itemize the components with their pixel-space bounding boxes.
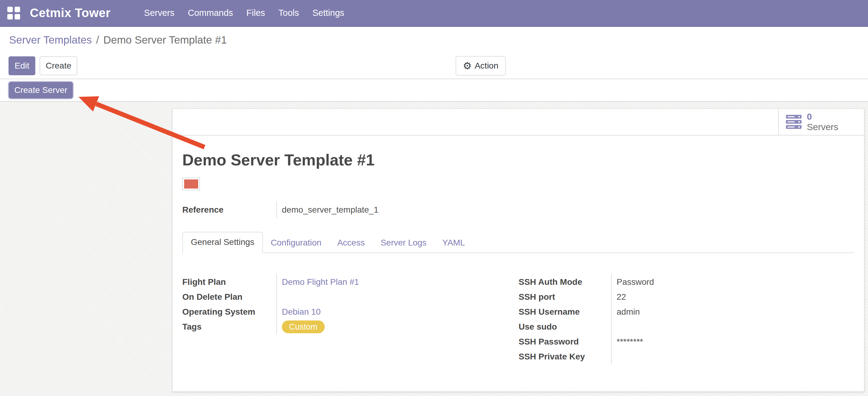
- on-delete-plan-label: On Delete Plan: [182, 292, 276, 302]
- tab-access[interactable]: Access: [329, 233, 373, 253]
- field-row-tags: Tags Custom: [182, 319, 519, 334]
- menu-servers[interactable]: Servers: [143, 6, 175, 20]
- ssh-password-value: ********: [611, 334, 643, 349]
- flight-plan-label: Flight Plan: [182, 277, 276, 287]
- navbar-menu: Servers Commands Files Tools Settings: [143, 6, 345, 20]
- general-settings-panel: Flight Plan Demo Flight Plan #1 On Delet…: [182, 275, 854, 364]
- field-row-ssh-port: SSH port 22: [519, 289, 854, 304]
- ssh-password-label: SSH Password: [519, 337, 611, 347]
- stat-text: 0 Servers: [807, 112, 838, 132]
- record-title: Demo Server Template #1: [182, 151, 854, 168]
- ssh-username-value: admin: [611, 304, 640, 319]
- left-field-group: Flight Plan Demo Flight Plan #1 On Delet…: [182, 275, 519, 364]
- ssh-username-label: SSH Username: [519, 307, 611, 317]
- apps-grid-dot: [7, 7, 13, 12]
- field-row-ssh-auth-mode: SSH Auth Mode Password: [519, 275, 854, 289]
- tag-badge-custom: Custom: [282, 320, 325, 333]
- field-row-flight-plan: Flight Plan Demo Flight Plan #1: [182, 275, 519, 289]
- tab-configuration[interactable]: Configuration: [263, 233, 330, 253]
- field-row-operating-system: Operating System Debian 10: [182, 304, 519, 319]
- server-stack-icon: [785, 114, 802, 130]
- create-server-button[interactable]: Create Server: [8, 81, 74, 99]
- menu-commands[interactable]: Commands: [187, 6, 234, 20]
- sheet-body: Demo Server Template #1 Reference demo_s…: [173, 151, 864, 364]
- breadcrumb: Server Templates / Demo Server Template …: [0, 27, 868, 53]
- ssh-private-key-value: [611, 349, 617, 364]
- apps-grid-dot: [7, 14, 13, 20]
- apps-grid-dot: [14, 14, 20, 20]
- menu-tools[interactable]: Tools: [278, 6, 300, 20]
- record-sheet: 0 Servers Demo Server Template #1 Refere…: [172, 108, 864, 392]
- field-row-on-delete-plan: On Delete Plan: [182, 289, 519, 304]
- servers-count-label: Servers: [807, 122, 838, 132]
- breadcrumb-separator: /: [96, 34, 99, 46]
- app-brand[interactable]: Cetmix Tower: [30, 6, 111, 20]
- tab-general-settings[interactable]: General Settings: [182, 232, 263, 253]
- use-sudo-label: Use sudo: [519, 322, 611, 332]
- servers-stat-button[interactable]: 0 Servers: [778, 109, 864, 135]
- control-panel: Server Templates / Demo Server Template …: [0, 27, 868, 102]
- gear-icon: ⚙: [463, 60, 472, 72]
- reference-group: Reference demo_server_template_1: [182, 201, 854, 219]
- menu-settings[interactable]: Settings: [312, 6, 345, 20]
- ssh-auth-mode-label: SSH Auth Mode: [519, 277, 611, 287]
- breadcrumb-current: Demo Server Template #1: [103, 34, 227, 46]
- apps-grid-icon[interactable]: [7, 7, 20, 20]
- servers-count: 0: [807, 112, 838, 122]
- create-server-row: Create Server: [0, 79, 868, 101]
- reference-value: demo_server_template_1: [276, 201, 379, 219]
- menu-files[interactable]: Files: [246, 6, 266, 20]
- color-picker-swatch: [182, 177, 200, 190]
- action-button-label: Action: [475, 60, 498, 72]
- right-field-group: SSH Auth Mode Password SSH port 22 SSH U…: [519, 275, 854, 364]
- color-swatch-fill: [184, 179, 198, 189]
- top-navbar: Cetmix Tower Servers Commands Files Tool…: [0, 0, 868, 27]
- tags-value: Custom: [276, 319, 325, 334]
- apps-grid-dot: [14, 7, 20, 12]
- notebook-tabs: General Settings Configuration Access Se…: [182, 232, 854, 253]
- action-button[interactable]: ⚙ Action: [456, 56, 506, 76]
- ssh-private-key-label: SSH Private Key: [519, 352, 611, 362]
- ssh-auth-mode-value: Password: [611, 275, 654, 289]
- create-button[interactable]: Create: [39, 56, 77, 75]
- use-sudo-value: [611, 319, 617, 334]
- operating-system-value-link[interactable]: Debian 10: [276, 304, 321, 319]
- field-row-ssh-username: SSH Username admin: [519, 304, 854, 319]
- flight-plan-value-link[interactable]: Demo Flight Plan #1: [276, 275, 359, 289]
- field-row-use-sudo: Use sudo: [519, 319, 854, 334]
- form-view-background: 0 Servers Demo Server Template #1 Refere…: [0, 102, 868, 396]
- field-row-ssh-password: SSH Password ********: [519, 334, 854, 349]
- ssh-port-label: SSH port: [519, 292, 611, 302]
- field-row-ssh-private-key: SSH Private Key: [519, 349, 854, 364]
- on-delete-plan-value: [276, 289, 282, 304]
- tags-label: Tags: [182, 322, 276, 332]
- ssh-port-value: 22: [611, 289, 626, 304]
- field-row-reference: Reference demo_server_template_1: [182, 201, 854, 219]
- operating-system-label: Operating System: [182, 307, 276, 317]
- tab-server-logs[interactable]: Server Logs: [373, 233, 434, 253]
- control-buttons-row: Edit Create ⚙ Action: [0, 53, 868, 79]
- reference-label: Reference: [182, 205, 276, 215]
- breadcrumb-parent-link[interactable]: Server Templates: [9, 34, 92, 46]
- tab-yaml[interactable]: YAML: [434, 233, 473, 253]
- stat-button-bar: 0 Servers: [173, 109, 864, 136]
- edit-button[interactable]: Edit: [8, 56, 35, 75]
